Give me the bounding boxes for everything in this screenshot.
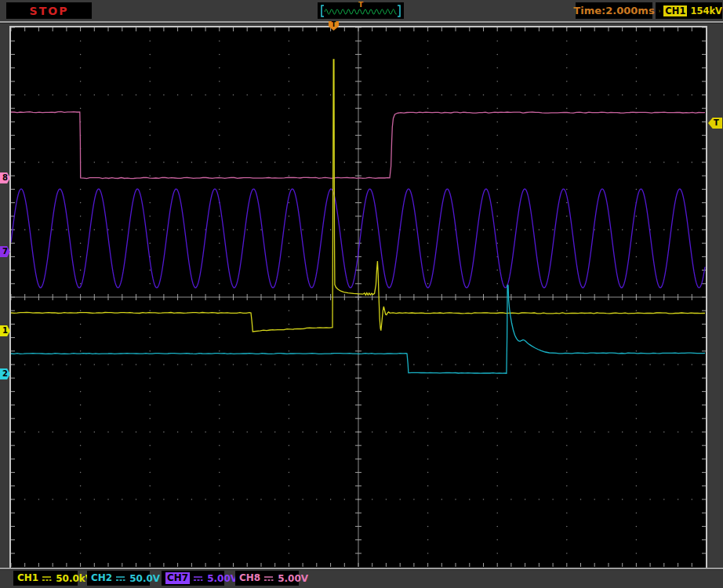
falling-edge-trigger-icon [659,5,660,17]
dc-coupling-icon [42,575,52,582]
channel-1-readout[interactable]: CH1 50.0kV [13,571,78,586]
channel-1-label: CH1 [17,572,38,584]
timebase-readout: Time:2.000ms [573,5,654,16]
trigger-level-value: 154kV [690,5,722,16]
dc-coupling-icon [193,575,203,582]
channel-7-scale: 5.00V [207,573,238,584]
dc-coupling-icon [115,575,125,582]
channel-7-readout[interactable]: CH7 5.00V [162,571,224,586]
acquisition-status-box: STOP [6,2,92,19]
channel-8-readout[interactable]: CH8 5.00V [235,571,299,586]
channel-8-label: CH8 [239,572,260,584]
timebase-readout-box: Time:2.000ms [576,2,652,19]
preview-trigger-position-label: T [318,2,404,9]
trigger-preview-box: T [318,2,404,19]
trigger-readout-box: CH1 154kV [656,2,722,19]
dc-coupling-icon [263,575,274,582]
trigger-source-badge: CH1 [663,5,687,16]
channel-7-label: CH7 [165,572,190,584]
channel-2-scale: 50.0V [129,573,160,584]
waveform-display [9,26,707,570]
channel-2-label: CH2 [91,572,112,584]
bottom-separator [0,568,723,570]
trigger-level-marker[interactable]: T [708,118,722,129]
top-separator [0,21,723,24]
channel-8-scale: 5.00V [278,573,308,584]
channel-2-readout[interactable]: CH2 50.0V [87,571,150,586]
oscilloscope-screen: STOP T Time:2.000ms CH1 154kV 8 7 1 2 T … [0,0,723,588]
acquisition-status: STOP [30,5,69,17]
